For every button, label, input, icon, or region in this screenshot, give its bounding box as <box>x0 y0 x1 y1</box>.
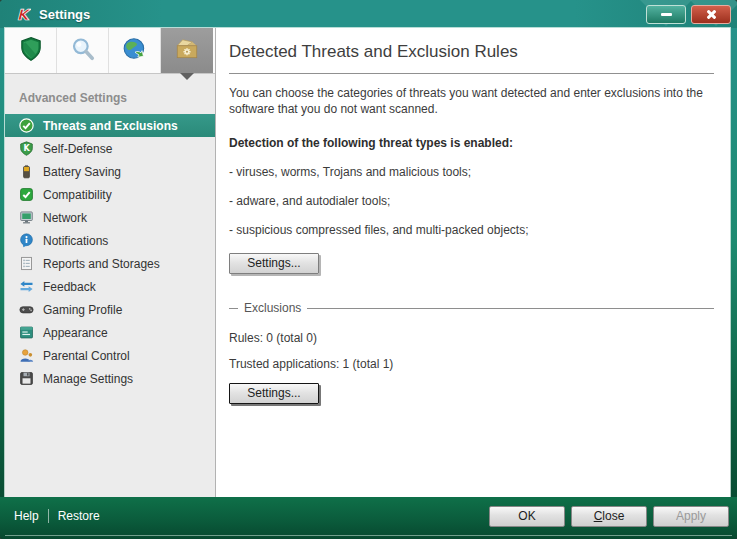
sidebar-item-label: Parental Control <box>43 349 130 363</box>
threat-type-item: - adware, and autodialer tools; <box>229 194 714 208</box>
apply-button[interactable]: Apply <box>653 506 729 527</box>
battery-icon <box>19 164 34 179</box>
threat-type-item: - viruses, worms, Trojans and malicious … <box>229 165 714 179</box>
detection-settings-button[interactable]: Settings... <box>229 253 319 274</box>
shield-icon <box>18 36 44 66</box>
svg-text:K: K <box>17 6 31 23</box>
ok-button[interactable]: OK <box>489 506 565 527</box>
sidebar-item-appearance[interactable]: Appearance <box>5 321 215 344</box>
sidebar-item-network[interactable]: Network <box>5 206 215 229</box>
threat-type-item: - suspicious compressed files, and multi… <box>229 223 714 237</box>
tab-update[interactable] <box>109 28 161 73</box>
sidebar-item-parental-control[interactable]: Parental Control <box>5 344 215 367</box>
sidebar-item-label: Threats and Exclusions <box>43 119 178 133</box>
person-icon <box>19 348 34 363</box>
close-footer-button[interactable]: Close <box>571 506 647 527</box>
sidebar-item-label: Gaming Profile <box>43 303 122 317</box>
sidebar-item-label: Self-Defense <box>43 142 112 156</box>
sidebar-item-label: Manage Settings <box>43 372 133 386</box>
sidebar-item-reports-and-storages[interactable]: Reports and Storages <box>5 252 215 275</box>
close-button[interactable] <box>691 5 731 24</box>
tab-settings[interactable] <box>161 28 213 73</box>
sidebar-item-label: Notifications <box>43 234 108 248</box>
magnifier-icon <box>70 36 96 66</box>
minimize-icon <box>661 13 672 16</box>
floppy-icon <box>19 371 34 386</box>
sidebar-item-label: Reports and Storages <box>43 257 160 271</box>
globe-icon <box>122 36 148 66</box>
detection-heading: Detection of the following threat types … <box>229 136 714 150</box>
app-window-icon <box>19 325 34 340</box>
page-title: Detected Threats and Exclusion Rules <box>229 42 714 62</box>
window-body: Advanced Settings Threats and Exclusions… <box>5 28 730 497</box>
sidebar-item-compatibility[interactable]: Compatibility <box>5 183 215 206</box>
sidebar-header: Advanced Settings <box>19 91 215 105</box>
settings-window: K Settings <box>0 0 737 539</box>
sidebar-item-label: Network <box>43 211 87 225</box>
sidebar-item-feedback[interactable]: Feedback <box>5 275 215 298</box>
tab-protection[interactable] <box>5 28 57 73</box>
sidebar-item-threats-and-exclusions[interactable]: Threats and Exclusions <box>5 114 215 137</box>
exclusions-rules-count: Rules: 0 (total 0) <box>229 331 714 345</box>
sidebar-item-notifications[interactable]: Notifications <box>5 229 215 252</box>
report-icon <box>19 256 34 271</box>
restore-link[interactable]: Restore <box>58 509 100 523</box>
tab-scan[interactable] <box>57 28 109 73</box>
exclusions-group-legend: Exclusions <box>229 301 714 315</box>
sidebar-item-manage-settings[interactable]: Manage Settings <box>5 367 215 390</box>
sidebar-item-gaming-profile[interactable]: Gaming Profile <box>5 298 215 321</box>
monitor-icon <box>19 210 34 225</box>
arrows-swap-icon <box>19 279 34 294</box>
info-bubble-icon <box>19 233 34 248</box>
titlebar: K Settings <box>0 0 737 28</box>
intro-text: You can choose the categories of threats… <box>229 85 714 117</box>
exclusions-trusted-count: Trusted applications: 1 (total 1) <box>229 357 714 371</box>
sidebar-item-label: Appearance <box>43 326 108 340</box>
sidebar-item-self-defense[interactable]: K Self-Defense <box>5 137 215 160</box>
shield-k-icon: K <box>19 141 34 156</box>
help-link[interactable]: Help <box>14 509 39 523</box>
footer-separator <box>48 509 49 523</box>
checkbox-icon <box>19 187 34 202</box>
close-icon <box>706 9 717 20</box>
main-content: Detected Threats and Exclusion Rules You… <box>216 28 730 497</box>
check-circle-icon <box>19 118 34 133</box>
sidebar-item-battery-saving[interactable]: Battery Saving <box>5 160 215 183</box>
svg-text:K: K <box>23 144 30 153</box>
window-title: Settings <box>39 7 90 22</box>
exclusions-settings-button[interactable]: Settings... <box>229 383 319 404</box>
sidebar-item-label: Compatibility <box>43 188 112 202</box>
gamepad-icon <box>19 302 34 317</box>
toolbar <box>5 28 215 74</box>
sidebar-item-label: Battery Saving <box>43 165 121 179</box>
minimize-button[interactable] <box>646 5 686 24</box>
title-divider <box>229 73 714 74</box>
kaspersky-logo-icon: K <box>14 6 31 23</box>
sidebar: Advanced Settings Threats and Exclusions… <box>5 28 216 497</box>
sidebar-item-label: Feedback <box>43 280 96 294</box>
settings-box-icon <box>174 36 200 66</box>
footer: Help Restore OK Close Apply <box>0 497 737 539</box>
